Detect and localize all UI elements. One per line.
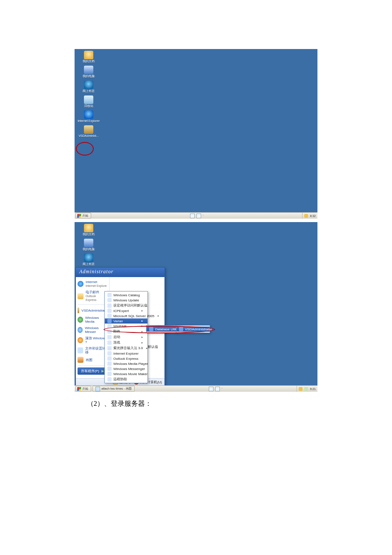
menu-item[interactable]: Windows Movie Maker (105, 371, 147, 376)
taskbar-app-paint[interactable]: attach two times - 画图 (92, 386, 135, 392)
menu-item[interactable]: WinRAR▸ (105, 324, 147, 329)
menu-item[interactable]: 远程协助 (105, 376, 147, 382)
quicklaunch-item[interactable] (196, 214, 201, 218)
network-places-icon[interactable]: 网上邻居 (77, 81, 100, 93)
chevron-right-icon: ▸ (141, 335, 143, 339)
icon-label: 我的电脑 (77, 248, 100, 251)
icon-label: VSDAdminist... (77, 134, 100, 138)
menu-item[interactable]: Windows Messenger (105, 366, 147, 371)
chevron-right-icon: ▸ (141, 324, 143, 328)
messenger-icon (78, 327, 83, 333)
bin-icon (84, 95, 93, 104)
document-page: 我的文档 我的电脑 网上邻居 回收站 Internet Explorer (0, 0, 392, 555)
icon-label: 我的文档 (77, 60, 100, 63)
program-icon (107, 377, 112, 382)
quicklaunch-item[interactable] (215, 387, 220, 391)
internet-explorer-icon[interactable]: Internet Explorer (77, 110, 100, 123)
menu-item[interactable]: VSDAdministrator (176, 327, 210, 332)
menu-item[interactable]: Internet Explorer (105, 351, 147, 356)
icon-label: 网上邻居 (77, 263, 100, 266)
clock: 9:21 (310, 387, 316, 390)
quicklaunch-chevron[interactable]: ˆ (222, 387, 222, 390)
chevron-right-icon: ▸ (158, 314, 159, 318)
start-label: 开始 (82, 214, 88, 218)
icon-label: Internet Explorer (77, 119, 100, 123)
folder-icon (84, 224, 93, 232)
taskbar: 开始 attach two times - 画图 ˆ 9:21 (75, 385, 317, 392)
icon-label: 我的电脑 (77, 75, 100, 78)
tray-icon[interactable] (304, 387, 308, 391)
vsd-app-icon (84, 125, 93, 134)
paint-icon (95, 387, 100, 391)
quicklaunch-item[interactable] (209, 387, 213, 391)
my-documents-icon[interactable]: 我的文档 (77, 51, 100, 63)
menu-item[interactable]: Varian▸ (105, 318, 147, 324)
separator (78, 304, 107, 305)
taskbar-app-label: attach two times - 画图 (101, 387, 132, 391)
program-icon (107, 335, 112, 339)
program-icon (107, 298, 112, 302)
desktop-icons: 我的文档 我的电脑 网上邻居 回收站 Internet Explorer (77, 51, 100, 140)
program-icon (107, 330, 112, 334)
recycle-bin-icon[interactable]: 回收站 (77, 95, 100, 108)
chevron-right-icon: ▸ (141, 341, 143, 344)
submenu-overlap-text: 默认值 (148, 344, 158, 349)
desktop-1: 我的文档 我的电脑 网上邻居 回收站 Internet Explorer (75, 49, 317, 219)
menu-item[interactable]: 设定程序访问和默认值 (105, 303, 147, 308)
menu-item[interactable]: Windows Update (105, 298, 147, 303)
menu-item[interactable]: Microsoft SQL Server 2005▸ (105, 313, 147, 318)
taskbar: 开始 ˆ 8:32 (75, 212, 317, 219)
menu-item-label: ICPExpert (113, 309, 129, 313)
program-icon (107, 361, 112, 366)
menu-item[interactable]: 附件▸ (105, 329, 147, 334)
my-computer-icon[interactable]: 我的电脑 (77, 66, 100, 78)
program-icon (107, 341, 112, 345)
quicklaunch-chevron[interactable]: ˆ (203, 214, 204, 217)
start-button[interactable]: 开始 (75, 386, 91, 392)
vsdadministrator-icon[interactable]: VSDAdminist... (77, 125, 100, 138)
quicklaunch: ˆ (209, 387, 222, 391)
annotation-circle (76, 142, 94, 156)
tour-icon (78, 337, 83, 343)
menu-item-label: Varian (113, 319, 123, 323)
menu-item[interactable]: Outlook Express (105, 356, 147, 361)
my-computer-icon[interactable]: 我的电脑 (77, 239, 100, 251)
menu-item[interactable]: 启动▸ (105, 334, 147, 340)
desktop-2: 我的文档 我的电脑 网上邻居 回收站 Administrator (75, 222, 317, 392)
computer-icon (84, 66, 93, 74)
program-icon (107, 367, 112, 371)
tray-icon[interactable] (299, 387, 303, 391)
my-documents-icon[interactable]: 我的文档 (77, 224, 100, 236)
menu-item[interactable]: ICPExpert▸ (105, 308, 147, 313)
submenu-database-utilities: VSDAdministrator (176, 325, 210, 333)
program-icon (149, 327, 153, 331)
pinned-internet[interactable]: Internet Internet Explore (76, 279, 109, 289)
program-icon (107, 372, 112, 376)
program-icon (107, 346, 112, 350)
network-places-icon[interactable]: 网上邻居 (77, 254, 100, 266)
menu-item[interactable]: Database Utilities▸ (147, 327, 177, 332)
vsd-app-icon (78, 307, 79, 313)
menu-item-label: Internet Explorer (113, 352, 138, 356)
chevron-right-icon: ▶ (101, 369, 104, 373)
system-tray: 9:21 (297, 386, 317, 392)
program-icon (107, 324, 112, 328)
menu-item[interactable]: 紫光拼音输入法 3.0▸ (105, 345, 147, 351)
all-programs-label: 所有程序(P) (81, 369, 99, 373)
menu-item-label: VSDAdministrator (185, 327, 212, 331)
wmp-icon (78, 317, 83, 323)
quicklaunch: ˆ (190, 214, 204, 218)
pinned-sub: Internet Explore (86, 284, 107, 288)
menu-item-label: 远程协助 (113, 377, 127, 382)
ie-icon (84, 110, 93, 119)
start-button[interactable]: 开始 (75, 213, 91, 219)
menu-item-label: Windows Messenger (113, 367, 145, 371)
menu-item-label: WinRAR (113, 324, 127, 328)
quicklaunch-item[interactable] (190, 214, 195, 218)
menu-item[interactable]: Windows Media Player (105, 361, 147, 366)
tray-icon[interactable] (304, 214, 308, 218)
all-programs-button[interactable]: 所有程序(P) ▶ (78, 367, 107, 375)
menu-item[interactable]: 游戏▸ (105, 340, 147, 345)
separator (78, 365, 107, 366)
menu-item[interactable]: Windows Catalog (105, 292, 147, 298)
